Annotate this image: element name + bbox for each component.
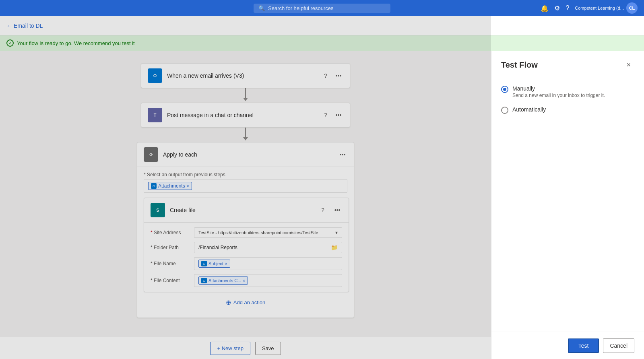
automatically-label: Automatically (512, 106, 546, 113)
test-panel-header: Test Flow ✕ (491, 51, 644, 77)
test-panel-footer: Test Cancel (491, 332, 644, 359)
user-name: Competent Learning (d... (575, 6, 624, 10)
manually-option[interactable]: Manually Send a new email in your inbox … (501, 85, 634, 98)
top-bar-right: 🔔 ⚙ ? Competent Learning (d... CL (541, 2, 638, 14)
user-info[interactable]: Competent Learning (d... CL (575, 2, 638, 14)
avatar: CL (626, 2, 638, 14)
manually-radio[interactable] (501, 86, 508, 93)
test-flow-panel: Test Flow ✕ Manually Send a new email in… (491, 51, 644, 359)
automatically-content: Automatically (512, 106, 546, 113)
manually-label: Manually (512, 85, 605, 92)
manually-desc: Send a new email in your inbox to trigge… (512, 93, 605, 98)
overlay (0, 0, 491, 359)
test-panel-title: Test Flow (501, 60, 538, 70)
search-bar[interactable]: 🔍 Search for helpful resources (254, 4, 390, 13)
test-panel-body: Manually Send a new email in your inbox … (491, 77, 644, 332)
top-bar: 🔍 Search for helpful resources 🔔 ⚙ ? Com… (0, 0, 644, 16)
notification-icon[interactable]: 🔔 (541, 4, 549, 12)
search-placeholder: Search for helpful resources (268, 5, 334, 11)
settings-icon[interactable]: ⚙ (554, 4, 560, 12)
cancel-button[interactable]: Cancel (603, 338, 634, 353)
close-panel-button[interactable]: ✕ (623, 59, 634, 70)
help-icon[interactable]: ? (566, 4, 569, 12)
automatically-radio[interactable] (501, 107, 508, 114)
automatically-option[interactable]: Automatically (501, 106, 634, 114)
search-icon: 🔍 (258, 5, 265, 11)
manually-content: Manually Send a new email in your inbox … (512, 85, 605, 98)
test-button[interactable]: Test (568, 338, 599, 353)
